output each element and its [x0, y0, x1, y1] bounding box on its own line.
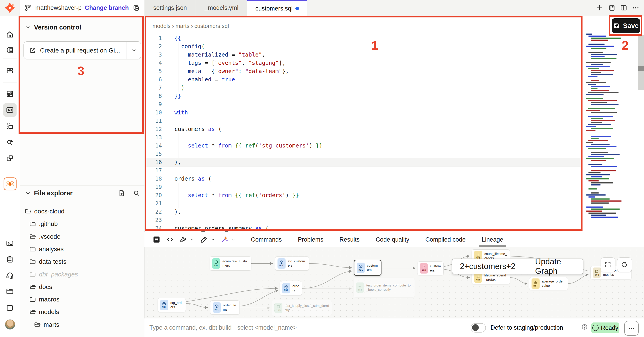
home-icon[interactable] [6, 30, 14, 38]
collapse-file-explorer-icon[interactable] [25, 190, 31, 196]
code-line-9[interactable]: 9 [144, 100, 580, 108]
tree-item-data-tests[interactable]: data-tests [20, 256, 154, 268]
bottom-tab-compiled-code[interactable]: Compiled code [425, 232, 466, 247]
code-line-5[interactable]: 5 meta = {"owner": "data-team"}, [144, 67, 580, 75]
dbt-logo-icon[interactable] [0, 0, 20, 16]
code-line-14[interactable]: 14 select * from {{ ref('stg_customers')… [144, 141, 580, 150]
build-tools-icon[interactable] [179, 236, 188, 244]
tree-item-macros[interactable]: macros [20, 294, 154, 305]
tree-item-docs[interactable]: docs [20, 281, 154, 293]
code-line-23[interactable]: 23 [144, 216, 580, 224]
dbt-copilot-icon[interactable] [4, 177, 16, 190]
search-files-icon[interactable] [133, 190, 140, 197]
command-input[interactable]: Type a command, ex. dbt build --select <… [149, 319, 297, 337]
bottom-tab-code-quality[interactable]: Code quality [376, 232, 409, 247]
more-options-icon[interactable] [632, 4, 640, 12]
code-line-15[interactable]: 15 [144, 150, 580, 158]
user-avatar[interactable] [5, 319, 15, 330]
lineage-node-test-order-items[interactable]: TSTtest_order_items_compute_to_bools_cor… [354, 278, 415, 298]
bottom-tab-results[interactable]: Results [340, 232, 360, 247]
lineage-selector-input[interactable]: 2+customers+2 [452, 259, 535, 274]
code-line-8[interactable]: 8}} [144, 92, 580, 100]
tree-item-.vscode[interactable]: .vscode [20, 231, 154, 243]
results-table-icon[interactable] [152, 236, 160, 244]
lineage-node-stg-customers[interactable]: MDLstg_customers [275, 256, 309, 271]
fullscreen-button[interactable] [600, 258, 616, 272]
code-line-24[interactable]: 24customer_orders_summary as ( [144, 224, 580, 232]
copy-branch-icon[interactable] [132, 4, 140, 12]
orchestration-icon[interactable] [6, 154, 14, 162]
explore-icon[interactable] [6, 138, 14, 146]
code-line-13[interactable]: 13 [144, 133, 580, 141]
code-line-12[interactable]: 12customers as ( [144, 125, 580, 133]
docs-folder-icon[interactable] [6, 287, 14, 296]
create-pr-button[interactable]: Create a pull request on Gi... [24, 41, 141, 59]
code-editor-icon[interactable] [6, 106, 14, 114]
code-tag-icon[interactable] [166, 236, 174, 244]
split-view-icon[interactable] [620, 4, 628, 12]
lineage-node-raw-customers[interactable]: SRCecom.raw_customers [210, 256, 251, 271]
keyboard-card-icon[interactable] [6, 304, 14, 312]
lineage-node-test-supply[interactable]: TSTtest_supply_costs_sum_correctly [272, 300, 332, 316]
code-line-18[interactable]: 18orders as ( [144, 175, 580, 183]
code-line-19[interactable]: 19 [144, 183, 580, 191]
pr-dropdown-toggle[interactable] [126, 42, 141, 59]
code-line-1[interactable]: 1{{ [144, 34, 580, 42]
collapse-version-control-icon[interactable] [25, 24, 31, 30]
bottom-tab-lineage[interactable]: Lineage [482, 232, 503, 247]
tab-_models.yml[interactable]: _models.yml [196, 0, 247, 16]
update-graph-button[interactable]: Update Graph [535, 259, 583, 274]
tree-item-.github[interactable]: .github [20, 218, 154, 230]
tab-settings.json[interactable]: settings.json [144, 0, 196, 16]
dashboard-icon[interactable] [6, 90, 14, 98]
code-line-11[interactable]: 11 [144, 117, 580, 125]
tree-item-docs-cloud[interactable]: docs-cloud [20, 206, 149, 217]
code-line-16[interactable]: 16), [144, 158, 580, 166]
tree-item-analyses[interactable]: analyses [20, 243, 154, 255]
lineage-node-stg-orders[interactable]: MDLstg_orders [158, 298, 186, 312]
more-actions-button[interactable] [624, 321, 639, 336]
code-line-7[interactable]: 7 ) [144, 84, 580, 92]
tree-item-dbt_packages[interactable]: dbt_packages [20, 269, 154, 280]
panel-list-icon[interactable] [608, 4, 616, 12]
tab-customers.sql[interactable]: customers.sql [247, 0, 307, 16]
code-line-10[interactable]: 10with [144, 108, 580, 117]
tree-item-models[interactable]: models [20, 306, 154, 318]
chevron-down-icon[interactable] [231, 237, 236, 242]
chevron-down-icon[interactable] [190, 237, 194, 242]
defer-toggle[interactable] [471, 323, 486, 333]
chevron-down-icon[interactable] [211, 237, 215, 242]
lineage-node-sem-customers[interactable]: SEMcustomers [417, 262, 444, 275]
format-icon[interactable] [200, 236, 208, 244]
change-branch-link[interactable]: Change branch [85, 4, 129, 11]
code-line-6[interactable]: 6 enabled = true [144, 75, 580, 84]
code-line-4[interactable]: 4 tags = ["events", "staging"], [144, 59, 580, 67]
clipboard-icon[interactable] [6, 255, 14, 264]
lineage-node-order-items[interactable]: MDLorder_items [210, 300, 240, 315]
version-control-header[interactable]: Version control [25, 24, 81, 31]
lineage-node-customers[interactable]: MDLcustomers [354, 260, 382, 276]
tree-item-marts[interactable]: marts [20, 319, 159, 331]
code-line-20[interactable]: 20 select * from {{ ref('orders') }} [144, 191, 580, 199]
copilot-wand-icon[interactable] [220, 236, 228, 244]
bottom-tab-commands[interactable]: Commands [251, 232, 282, 247]
visual-editor-icon[interactable] [6, 122, 14, 130]
lineage-canvas[interactable]: SRCecom.raw_customersMDLstg_customersMDL… [144, 247, 644, 319]
support-headset-icon[interactable] [6, 272, 14, 280]
lineage-node-orders[interactable]: MDLorders [280, 281, 302, 296]
minimap[interactable] [586, 33, 636, 221]
editor-scrollbar[interactable] [638, 35, 644, 90]
status-badge[interactable]: Ready [591, 323, 620, 333]
code-line-3[interactable]: 3 materialized = "table", [144, 50, 580, 59]
notebook-icon[interactable] [6, 46, 14, 54]
lineage-node-average-order-value[interactable]: METaverage_order_value [529, 277, 568, 290]
refresh-graph-button[interactable] [617, 258, 632, 272]
code-line-2[interactable]: 2 config( [144, 42, 580, 50]
new-tab-icon[interactable] [596, 4, 603, 12]
jobs-icon[interactable] [6, 67, 14, 75]
save-button[interactable]: Save [612, 18, 640, 33]
help-icon[interactable] [582, 324, 588, 330]
code-line-17[interactable]: 17 [144, 166, 580, 175]
file-explorer-header[interactable]: File explorer [25, 190, 72, 197]
terminal-icon[interactable] [6, 239, 14, 247]
